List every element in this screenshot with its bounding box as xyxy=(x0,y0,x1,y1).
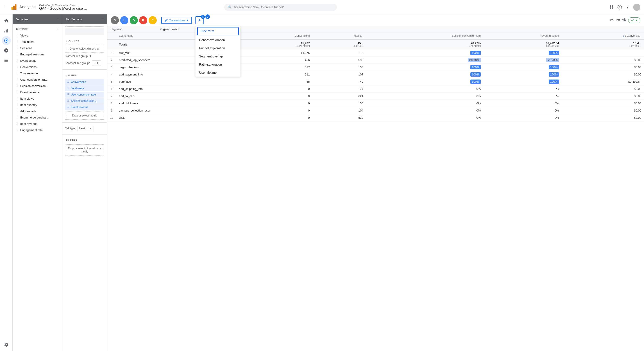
row-conversions: 0 xyxy=(242,107,312,114)
cell-type-select[interactable]: Heat ... ▼ xyxy=(77,126,94,131)
row-conversions: 211 xyxy=(242,71,312,78)
row-session-rate: 100% xyxy=(366,78,483,85)
add-user-button[interactable] xyxy=(622,18,626,23)
tab-settings-header: Tab Settings − xyxy=(62,15,107,24)
redo-icon xyxy=(616,18,620,22)
sidebar-item-settings[interactable] xyxy=(2,342,11,351)
avatar-circle[interactable]: C xyxy=(148,16,157,24)
drop-filter-box[interactable]: Drop or select dimension or metric xyxy=(65,144,104,156)
row-event-revenue-rate: 100% xyxy=(484,71,562,78)
avatar-circle[interactable]: B xyxy=(139,16,147,24)
row-total-users: 155 xyxy=(312,100,366,107)
metric-item[interactable]: ⠿Session conversion... xyxy=(12,83,62,89)
sidebar-item-advertising[interactable] xyxy=(2,46,11,55)
metric-item[interactable]: ⠿User conversion rate xyxy=(12,76,62,83)
values-item[interactable]: ⠿Total users xyxy=(65,85,104,91)
back-button[interactable]: ← xyxy=(4,5,8,10)
metric-item[interactable]: ⠿Total users xyxy=(12,39,62,45)
svg-rect-1 xyxy=(13,6,15,10)
dropdown-item-cohort-exploration[interactable]: Cohort exploration xyxy=(196,36,240,44)
sidebar-item-reports[interactable] xyxy=(2,26,11,35)
metric-item[interactable]: ⠿Ecommerce purcha... xyxy=(12,114,62,121)
add-metric-button[interactable]: + xyxy=(56,27,58,31)
metric-item[interactable]: ⠿Total revenue xyxy=(12,70,62,76)
dropdown-badge: 2 xyxy=(205,15,210,19)
values-item[interactable]: ⠿Event revenue xyxy=(65,104,104,110)
variables-title: Variables xyxy=(16,18,28,21)
exploration-header: OLDBC Conversions ▼ + 1 xyxy=(107,15,644,26)
avatar-circle[interactable]: O xyxy=(111,16,119,24)
help-icon-button[interactable]: ? xyxy=(618,5,622,10)
undo-button[interactable] xyxy=(609,18,614,23)
values-item[interactable]: ⠿Session conversion... xyxy=(65,98,104,104)
drag-handle-icon: ⠿ xyxy=(16,122,18,126)
row-event-revenue-rate: 0% xyxy=(484,100,562,107)
drag-handle-values-icon: ⠿ xyxy=(67,87,69,90)
metric-item[interactable]: ⠿Add-to-carts xyxy=(12,108,62,114)
row-total-users: 621 xyxy=(312,93,366,100)
check-status-button[interactable]: ▼ xyxy=(628,17,640,23)
dropdown-item-path-exploration[interactable]: Path exploration xyxy=(196,60,240,69)
metric-item[interactable]: ⠿Item views xyxy=(12,95,62,102)
sidebar-item-home[interactable] xyxy=(2,16,11,25)
row-event-revenue-rate: 100% xyxy=(484,78,562,85)
metric-item[interactable]: ⠿Engaged sessions xyxy=(12,51,62,58)
conversions-tab[interactable]: Conversions ▼ xyxy=(161,17,192,24)
dropdown-item-segment-overlap[interactable]: Segment overlap xyxy=(196,52,240,60)
metric-item[interactable]: ⠿Event revenue xyxy=(12,89,62,95)
row-conversions: 0 xyxy=(242,100,312,107)
th-conversions: Conversions xyxy=(242,33,312,40)
metric-item[interactable]: ⠿Event count xyxy=(12,58,62,64)
drop-metric-box[interactable]: Drop or select metric xyxy=(65,112,104,120)
sidebar-item-explore[interactable] xyxy=(2,36,11,45)
add-badge: 1 xyxy=(201,15,205,19)
metric-item[interactable]: ⠿Item revenue xyxy=(12,121,62,127)
icon-sidebar xyxy=(0,15,12,351)
dropdown-item-funnel-exploration[interactable]: Funnel exploration xyxy=(196,44,240,52)
metrics-section-label: METRICS + xyxy=(12,24,62,32)
metric-item[interactable]: ⠿Engagement rate xyxy=(12,127,62,133)
metric-item[interactable]: ⠿Views xyxy=(12,32,62,39)
row-event-revenue-dollar: $0.00 xyxy=(562,107,644,114)
totals-row: Totals 15,427 100% of total 15... 100% o… xyxy=(107,40,644,49)
list-icon xyxy=(4,58,9,63)
totals-num xyxy=(107,40,116,49)
row-session-rate: 0% xyxy=(366,114,483,121)
tab-settings-minimize-button[interactable]: − xyxy=(101,17,103,21)
row-total-users: 153 xyxy=(312,64,366,71)
analytics-logo-icon xyxy=(10,4,18,11)
grid-icon-button[interactable] xyxy=(609,5,614,10)
redo-button[interactable] xyxy=(616,18,620,23)
row-event-name: campus_collection_user xyxy=(116,107,242,114)
metric-item[interactable]: ⠿Item quantity xyxy=(12,102,62,108)
variables-minimize-button[interactable]: − xyxy=(56,17,58,21)
metric-item[interactable]: ⠿Sessions xyxy=(12,45,62,51)
show-column-groups-value: 5 xyxy=(94,62,96,65)
metric-item[interactable]: ⠿Conversions xyxy=(12,64,62,70)
dropdown-item-user-lifetime[interactable]: User lifetime xyxy=(196,69,240,77)
row-session-rate: 80.98% xyxy=(366,57,483,64)
show-column-groups-select[interactable]: 5 ▼ xyxy=(92,60,101,66)
avatar-circle[interactable]: D xyxy=(130,16,138,24)
row-event-revenue-dollar: $0.00 xyxy=(562,85,644,93)
tab-settings-panel: Tab Settings − COLUMNS Drop or select di… xyxy=(62,15,107,351)
sidebar-item-config[interactable] xyxy=(2,56,11,65)
row-num: 7 xyxy=(107,93,116,100)
user-avatar[interactable] xyxy=(633,4,640,11)
drop-dimension-box[interactable]: Drop or select dimension xyxy=(65,45,104,53)
metrics-list: ⠿Views⠿Total users⠿Sessions⠿Engaged sess… xyxy=(12,32,62,133)
chevron-tab-icon: ▼ xyxy=(186,19,189,22)
search-input[interactable] xyxy=(233,6,333,9)
values-item[interactable]: ⠿Conversions xyxy=(65,79,104,85)
row-event-revenue-dollar xyxy=(562,49,644,57)
chevron-down-icon-2: ▼ xyxy=(89,127,92,130)
add-tab-button[interactable]: + 1 xyxy=(196,16,204,24)
more-icon-button[interactable]: ⋮ xyxy=(626,5,630,10)
table-row: 5 purchase 58 49 100% 100% $7,492.64 xyxy=(107,78,644,85)
avatar-circle[interactable]: L xyxy=(120,16,128,24)
search-bar[interactable]: 🔍 xyxy=(224,4,337,11)
values-item[interactable]: ⠿User conversion rate xyxy=(65,92,104,98)
row-conversions: 0 xyxy=(242,85,312,93)
table-row: 9 campus_collection_user 0 104 0% 0% $0.… xyxy=(107,107,644,114)
dropdown-item-free-form[interactable]: Free form xyxy=(197,27,239,35)
